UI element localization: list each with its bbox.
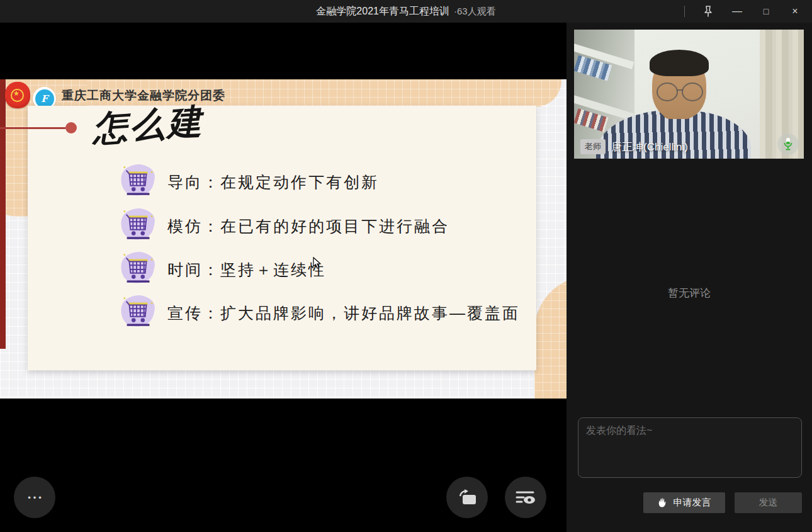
more-dots-icon: ••• bbox=[25, 493, 44, 502]
slide-bullet: 模仿：在已有的好的项目下进行融合 bbox=[118, 207, 449, 246]
slide-bullet: 宣传：扩大品牌影响，讲好品牌故事—覆盖面 bbox=[118, 293, 520, 332]
comment-input[interactable] bbox=[578, 417, 802, 478]
speaker-glasses bbox=[657, 82, 678, 101]
close-button[interactable]: × bbox=[781, 0, 809, 23]
shopping-cart-icon bbox=[118, 251, 157, 288]
shopping-cart-icon bbox=[118, 295, 157, 331]
mouse-cursor bbox=[313, 257, 322, 269]
request-to-speak-button[interactable]: 申请发言 bbox=[643, 492, 725, 513]
maximize-button[interactable]: □ bbox=[752, 0, 781, 23]
slide-title: 怎么建 bbox=[91, 98, 206, 152]
app-window: 金融学院2021年青马工程培训 ·63人观看 — □ × ★ bbox=[0, 0, 812, 532]
college-logo-monogram: F bbox=[35, 89, 54, 108]
microphone-icon bbox=[782, 137, 794, 151]
screen-share-video[interactable]: ★ F 重庆工商大学金融学院分团委 怎么建 导向：在规定动作下有创新 bbox=[0, 79, 567, 399]
bullet-text: 宣传：扩大品牌影响，讲好品牌故事—覆盖面 bbox=[167, 303, 520, 324]
raised-hand-icon bbox=[658, 497, 668, 508]
viewer-count: ·63人观看 bbox=[454, 6, 496, 18]
window-title: 金融学院2021年青马工程培训 bbox=[316, 5, 449, 18]
speaker-name-row: 老师 唐正坤(Chiellini) bbox=[580, 139, 688, 154]
bullet-text: 模仿：在已有的好的项目下进行融合 bbox=[167, 216, 449, 237]
no-comments-text: 暂无评论 bbox=[567, 286, 812, 300]
comment-visibility-button[interactable] bbox=[505, 477, 546, 518]
speaker-name: 唐正坤(Chiellini) bbox=[611, 140, 688, 154]
window-controls: — □ × bbox=[680, 0, 809, 23]
bullet-text: 导向：在规定动作下有创新 bbox=[167, 172, 379, 193]
more-options-button[interactable]: ••• bbox=[14, 477, 55, 518]
bullet-text: 时间：坚持＋连续性 bbox=[167, 259, 326, 280]
slide-decor-bottom-right-blob bbox=[534, 276, 567, 399]
speaker-glasses bbox=[682, 82, 703, 101]
controls-divider bbox=[684, 6, 685, 17]
main-stage: ★ F 重庆工商大学金融学院分团委 怎么建 导向：在规定动作下有创新 bbox=[0, 23, 567, 532]
rotate-screen-button[interactable] bbox=[446, 477, 488, 518]
shopping-cart-icon bbox=[118, 164, 157, 200]
slide-decor-maroon-strip bbox=[0, 79, 6, 349]
request-to-speak-label: 申请发言 bbox=[674, 497, 711, 509]
shopping-cart-icon bbox=[118, 208, 157, 244]
role-badge: 老师 bbox=[580, 139, 606, 154]
rotate-screen-icon bbox=[456, 488, 478, 507]
pin-button[interactable] bbox=[694, 0, 723, 23]
slide-bullet: 导向：在规定动作下有创新 bbox=[118, 162, 379, 201]
title-accent-line bbox=[0, 127, 65, 129]
title-bar: 金融学院2021年青马工程培训 ·63人观看 — □ × bbox=[0, 0, 812, 23]
speaker-hair bbox=[650, 50, 709, 76]
youth-league-badge-icon: ★ bbox=[5, 82, 30, 108]
minimize-button[interactable]: — bbox=[723, 0, 752, 23]
slide-bullet: 时间：坚持＋连续性 bbox=[118, 250, 326, 289]
speaker-glasses-bridge bbox=[677, 89, 683, 91]
title-accent-dot bbox=[65, 122, 77, 133]
badge-star: ★ bbox=[13, 89, 20, 98]
send-button[interactable]: 发送 bbox=[735, 492, 802, 513]
pin-icon bbox=[702, 5, 714, 18]
list-eye-icon bbox=[516, 489, 536, 506]
sidebar: 老师 唐正坤(Chiellini) 暂无评论 申请发言 发送 bbox=[567, 23, 812, 532]
teacher-video-tile[interactable]: 老师 唐正坤(Chiellini) bbox=[574, 30, 804, 159]
mic-status-indicator bbox=[777, 133, 799, 155]
